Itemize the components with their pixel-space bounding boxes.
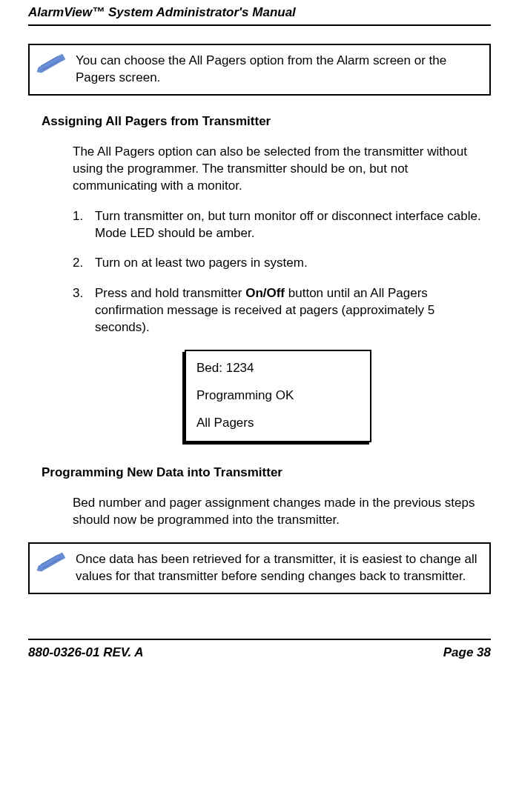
pager-display-box: Bed: 1234 Programming OK All Pagers — [185, 350, 371, 442]
section-heading-programming: Programming New Data into Transmitter — [42, 465, 491, 482]
display-line-1: Bed: 1234 — [196, 360, 360, 377]
note-text-1: You can choose the All Pagers option fro… — [76, 53, 480, 87]
step-text-before: Press and hold transmitter — [95, 286, 245, 300]
step-item: 2. Turn on at least two pagers in system… — [73, 255, 483, 272]
footer-doc-number: 880-0326-01 REV. A — [28, 645, 144, 662]
page-header: AlarmView™ System Administrator's Manual — [28, 0, 491, 26]
step-number: 1. — [73, 208, 95, 242]
step-text: Turn transmitter on, but turn monitor of… — [95, 208, 483, 242]
page-footer: 880-0326-01 REV. A Page 38 — [28, 639, 491, 662]
note-text-2: Once data has been retrieved for a trans… — [76, 551, 480, 585]
step-number: 2. — [73, 255, 95, 272]
section2-intro: Bed number and pager assignment changes … — [73, 495, 483, 529]
svg-marker-5 — [39, 554, 62, 571]
step-number: 3. — [73, 285, 95, 336]
display-line-3: All Pagers — [196, 415, 360, 432]
step-text: Press and hold transmitter On/Off button… — [95, 285, 483, 336]
pencil-note-icon — [37, 551, 70, 577]
footer-page-number: Page 38 — [443, 645, 491, 662]
note-box-1: You can choose the All Pagers option fro… — [28, 44, 491, 96]
pencil-note-icon — [37, 53, 70, 79]
step-text: Turn on at least two pagers in system. — [95, 255, 483, 272]
svg-marker-0 — [39, 56, 62, 73]
step-item: 1. Turn transmitter on, but turn monitor… — [73, 208, 483, 242]
steps-list: 1. Turn transmitter on, but turn monitor… — [73, 208, 483, 337]
section-heading-assigning: Assigning All Pagers from Transmitter — [42, 113, 491, 130]
on-off-label: On/Off — [245, 286, 285, 300]
section1-intro: The All Pagers option can also be select… — [73, 144, 483, 195]
note-box-2: Once data has been retrieved for a trans… — [28, 542, 491, 594]
step-item: 3. Press and hold transmitter On/Off but… — [73, 285, 483, 336]
display-line-2: Programming OK — [196, 387, 360, 405]
